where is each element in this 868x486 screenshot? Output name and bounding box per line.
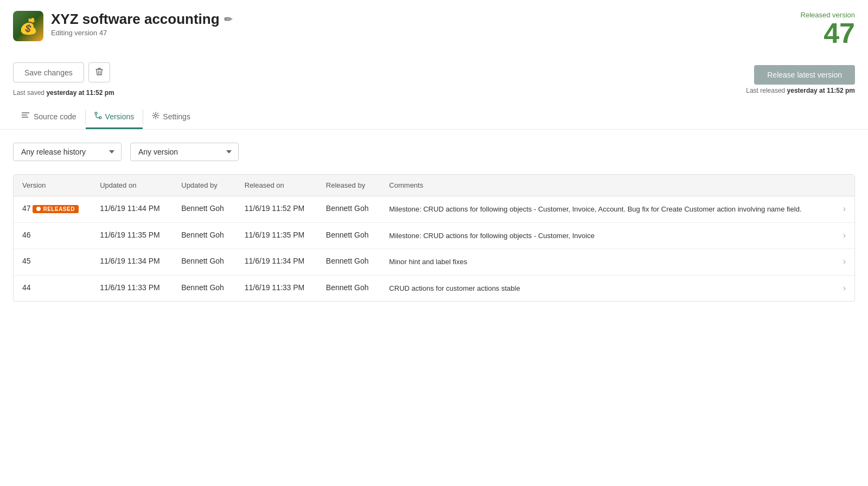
tab-bar: Source code Versions Settings [13, 105, 855, 129]
last-saved-text: Last saved yesterday at 11:52 pm [13, 89, 114, 97]
version-cell-1: 46 [14, 222, 91, 249]
comments-0: Milestone: CRUD actions for following ob… [380, 196, 833, 223]
version-number-3: 44 [22, 283, 31, 292]
version-cell-0: 47 RELEASED [14, 196, 91, 223]
last-released-text: Last released yesterday at 11:52 pm [746, 87, 855, 94]
app-title: XYZ software accounting ✏ [51, 11, 232, 28]
col-updated-on: Updated on [91, 175, 173, 196]
version-filter[interactable]: Any version Version 47 Version 46 Versio… [130, 143, 239, 161]
release-history-filter[interactable]: Any release history Released Unreleased [13, 143, 122, 161]
version-cell-3: 44 [14, 275, 91, 301]
app-icon: 💰 [13, 11, 43, 41]
versions-table: Version Updated on Updated by Released o… [13, 174, 855, 302]
gear-icon [152, 112, 159, 119]
tab-versions-label: Versions [105, 112, 135, 121]
released-on-1: 11/6/19 11:35 PM [236, 222, 317, 249]
versions-icon [94, 112, 102, 121]
released-badge: RELEASED [33, 205, 78, 213]
released-by-3: Bennett Goh [317, 275, 381, 301]
tab-source-code[interactable]: Source code [13, 105, 85, 129]
content-area: Any release history Released Unreleased … [0, 130, 868, 315]
updated-by-1: Bennett Goh [173, 222, 236, 249]
right-actions: Release latest version Last released yes… [746, 65, 855, 94]
released-on-0: 11/6/19 11:52 PM [236, 196, 317, 223]
updated-on-2: 11/6/19 11:34 PM [91, 249, 173, 276]
settings-icon [152, 112, 159, 121]
updated-on-0: 11/6/19 11:44 PM [91, 196, 173, 223]
save-changes-button[interactable]: Save changes [13, 62, 84, 82]
version-number-1: 46 [22, 231, 31, 239]
table-row[interactable]: 45 11/6/19 11:34 PM Bennett Goh 11/6/19 … [14, 249, 854, 276]
updated-by-2: Bennett Goh [173, 249, 236, 276]
release-latest-version-button[interactable]: Release latest version [754, 65, 855, 85]
tab-settings[interactable]: Settings [143, 105, 199, 129]
version-number-0: 47 [22, 204, 31, 213]
updated-by-3: Bennett Goh [173, 275, 236, 301]
version-number-2: 45 [22, 257, 31, 265]
tab-source-code-label: Source code [34, 112, 76, 121]
source-code-icon [22, 112, 30, 121]
col-updated-by: Updated by [173, 175, 236, 196]
app-subtitle: Editing version 47 [51, 29, 232, 37]
released-on-3: 11/6/19 11:33 PM [236, 275, 317, 301]
table-row[interactable]: 46 11/6/19 11:35 PM Bennett Goh 11/6/19 … [14, 222, 854, 249]
app-identity: 💰 XYZ software accounting ✏ Editing vers… [13, 11, 232, 41]
branch-icon [94, 112, 102, 119]
current-version-number: 47 [801, 19, 855, 47]
svg-point-7 [155, 114, 157, 117]
updated-by-0: Bennett Goh [173, 196, 236, 223]
released-by-0: Bennett Goh [317, 196, 381, 223]
row-chevron-1[interactable]: › [833, 222, 854, 249]
col-actions [833, 175, 854, 196]
released-by-2: Bennett Goh [317, 249, 381, 276]
edit-title-icon[interactable]: ✏ [224, 14, 232, 25]
comments-1: Milestone: CRUD actions for following ob… [380, 222, 833, 249]
col-version: Version [14, 175, 91, 196]
col-comments: Comments [380, 175, 833, 196]
version-cell-2: 45 [14, 249, 91, 276]
release-info: Released version 47 [801, 11, 855, 47]
updated-on-1: 11/6/19 11:35 PM [91, 222, 173, 249]
table-row[interactable]: 47 RELEASED 11/6/19 11:44 PM Bennett Goh… [14, 196, 854, 223]
app-title-text: XYZ software accounting [51, 11, 220, 28]
updated-on-3: 11/6/19 11:33 PM [91, 275, 173, 301]
col-released-on: Released on [236, 175, 317, 196]
table-header-row: Version Updated on Updated by Released o… [14, 175, 854, 196]
row-chevron-2[interactable]: › [833, 249, 854, 276]
row-chevron-3[interactable]: › [833, 275, 854, 301]
left-actions: Save changes Last saved yesterday at 11:… [13, 62, 114, 97]
filters: Any release history Released Unreleased … [13, 143, 855, 161]
comments-3: CRUD actions for customer actions stable [380, 275, 833, 301]
delete-button[interactable] [88, 62, 110, 82]
tab-versions[interactable]: Versions [86, 105, 143, 129]
col-released-by: Released by [317, 175, 381, 196]
lines-icon [22, 112, 30, 119]
released-by-1: Bennett Goh [317, 222, 381, 249]
released-on-2: 11/6/19 11:34 PM [236, 249, 317, 276]
table-row[interactable]: 44 11/6/19 11:33 PM Bennett Goh 11/6/19 … [14, 275, 854, 301]
comments-2: Minor hint and label fixes [380, 249, 833, 276]
trash-icon [95, 67, 103, 76]
tab-settings-label: Settings [163, 112, 190, 121]
row-chevron-0[interactable]: › [833, 196, 854, 223]
